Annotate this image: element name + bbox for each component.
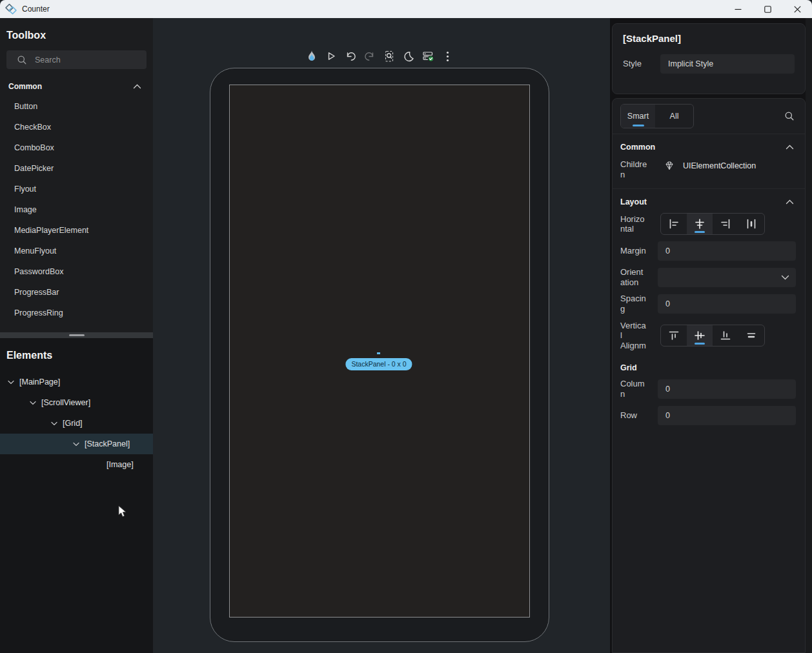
- vertical-alignment-row: Vertical Alignm: [613, 321, 805, 351]
- elements-title: Elements: [0, 338, 153, 361]
- align-center-horizontal-icon: [694, 218, 705, 230]
- tab-smart[interactable]: Smart: [621, 105, 655, 128]
- maximize-button[interactable]: [753, 0, 782, 18]
- toolbox-item-mediaplayerelement[interactable]: MediaPlayerElement: [0, 220, 153, 241]
- style-input[interactable]: [660, 54, 795, 74]
- toolbox-item-image[interactable]: Image: [0, 199, 153, 220]
- vertical-alignment-group: [660, 325, 765, 347]
- tab-all[interactable]: All: [655, 105, 693, 128]
- tree-item-label: [StackPanel]: [85, 439, 130, 448]
- tab-smart-label: Smart: [627, 112, 649, 121]
- redo-button[interactable]: [361, 47, 379, 65]
- toolbox-item-button[interactable]: Button: [0, 96, 153, 117]
- selection-badge[interactable]: StackPanel - 0 x 0: [345, 358, 412, 370]
- spacing-input[interactable]: [658, 294, 796, 314]
- chevron-down-icon[interactable]: [8, 380, 14, 385]
- align-vertical-stretch-button[interactable]: [738, 325, 764, 346]
- column-row: Column: [613, 379, 805, 399]
- toolbox-item-checkbox[interactable]: CheckBox: [0, 117, 153, 137]
- elements-panel: Elements [MainPage] [ScrollViewer] [Grid…: [0, 338, 153, 653]
- section-layout-header[interactable]: Layout: [613, 188, 805, 213]
- toolbox-search[interactable]: [6, 50, 147, 69]
- panel-splitter[interactable]: [0, 332, 153, 338]
- validation-button[interactable]: [419, 47, 437, 65]
- window-title: Counter: [22, 5, 50, 14]
- toolbox-item-progressring[interactable]: ProgressRing: [0, 303, 153, 323]
- section-common-header[interactable]: Common: [613, 134, 805, 158]
- minimize-button[interactable]: [723, 0, 753, 18]
- zoom-selection-button[interactable]: [380, 47, 398, 65]
- toolbox-item-passwordbox[interactable]: PasswordBox: [0, 261, 153, 282]
- align-vertical-bottom-button[interactable]: [713, 325, 738, 346]
- tree-item-label: [ScrollViewer]: [41, 398, 90, 407]
- align-vertical-top-button[interactable]: [661, 325, 687, 346]
- toolbox-title: Toolbox: [0, 18, 153, 41]
- orientation-select[interactable]: [658, 268, 796, 287]
- children-value[interactable]: UIElementCollection: [664, 159, 756, 170]
- align-vertical-center-button[interactable]: [687, 325, 713, 346]
- toolbox-section-common[interactable]: Common: [0, 69, 153, 96]
- spacing-label: Spacing: [620, 294, 647, 314]
- row-input[interactable]: [658, 406, 796, 425]
- section-grid-label: Grid: [620, 363, 637, 372]
- column-label: Column: [620, 379, 647, 399]
- selected-underline: [695, 343, 705, 345]
- toolbox-item-flyout[interactable]: Flyout: [0, 179, 153, 199]
- toolbox-item-progressbar[interactable]: ProgressBar: [0, 282, 153, 303]
- toolbox-item-menuflyout[interactable]: MenuFlyout: [0, 241, 153, 261]
- align-horizontal-left-button[interactable]: [661, 214, 687, 234]
- chevron-down-icon[interactable]: [73, 442, 79, 447]
- elements-tree: [MainPage] [ScrollViewer] [Grid] [StackP…: [0, 372, 153, 475]
- chevron-up-icon[interactable]: [133, 84, 141, 89]
- hot-reload-button[interactable]: [303, 47, 321, 65]
- device-screen[interactable]: [229, 85, 530, 618]
- align-horizontal-center-button[interactable]: [687, 214, 713, 234]
- horizontal-alignment-row: Horizontal: [613, 213, 805, 235]
- maximize-icon: [764, 6, 771, 13]
- tree-item-grid[interactable]: [Grid]: [0, 413, 153, 434]
- search-input[interactable]: [34, 55, 141, 65]
- align-horizontal-right-button[interactable]: [713, 214, 738, 234]
- margin-row: Margin: [613, 241, 805, 261]
- column-input[interactable]: [658, 379, 796, 399]
- chevron-down-icon[interactable]: [30, 401, 36, 405]
- align-horizontal-stretch-button[interactable]: [738, 214, 764, 234]
- tab-selected-underline: [633, 125, 644, 126]
- app-logo-icon: [5, 3, 17, 15]
- tree-item-mainpage[interactable]: [MainPage]: [0, 372, 153, 392]
- canvas-toolbar: [303, 47, 456, 65]
- tree-item-image[interactable]: [Image]: [0, 454, 153, 475]
- kebab-icon: [446, 51, 449, 62]
- theme-toggle-button[interactable]: [400, 47, 418, 65]
- tree-item-stackpanel[interactable]: [StackPanel]: [0, 434, 153, 454]
- section-layout-label: Layout: [620, 197, 647, 206]
- chevron-up-icon[interactable]: [786, 199, 794, 205]
- design-canvas[interactable]: StackPanel - 0 x 0: [153, 18, 612, 653]
- align-bottom-icon: [720, 330, 731, 341]
- tree-item-scrollviewer[interactable]: [ScrollViewer]: [0, 392, 153, 413]
- children-property-row: Children UIElementCollection: [613, 158, 805, 188]
- chevron-up-icon[interactable]: [786, 145, 794, 150]
- undo-button[interactable]: [341, 47, 360, 65]
- toolbox-item-datepicker[interactable]: DatePicker: [0, 158, 153, 179]
- search-icon: [17, 55, 27, 65]
- margin-input[interactable]: [658, 241, 796, 261]
- horizontal-alignment-group: [660, 213, 765, 235]
- stretch-vertical-icon: [746, 330, 757, 341]
- stretch-horizontal-icon: [746, 218, 757, 230]
- orientation-label: Orientation: [620, 267, 647, 287]
- selected-element-indicator[interactable]: [377, 352, 380, 354]
- align-center-vertical-icon: [694, 330, 705, 341]
- checklist-icon: [422, 51, 434, 62]
- chevron-down-icon[interactable]: [51, 421, 57, 426]
- toolbox-item-combobox[interactable]: ComboBox: [0, 137, 153, 158]
- inspector-search-icon[interactable]: [784, 111, 795, 121]
- tree-item-label: [Image]: [107, 460, 134, 469]
- more-options-button[interactable]: [438, 47, 456, 65]
- vertical-alignment-label: Vertical Alignm: [620, 321, 647, 351]
- play-button[interactable]: [322, 47, 340, 65]
- toolbox-section-label: Common: [8, 82, 42, 91]
- scrollbar-track[interactable]: [806, 18, 812, 653]
- splitter-handle[interactable]: [69, 334, 85, 336]
- close-button[interactable]: [782, 0, 812, 18]
